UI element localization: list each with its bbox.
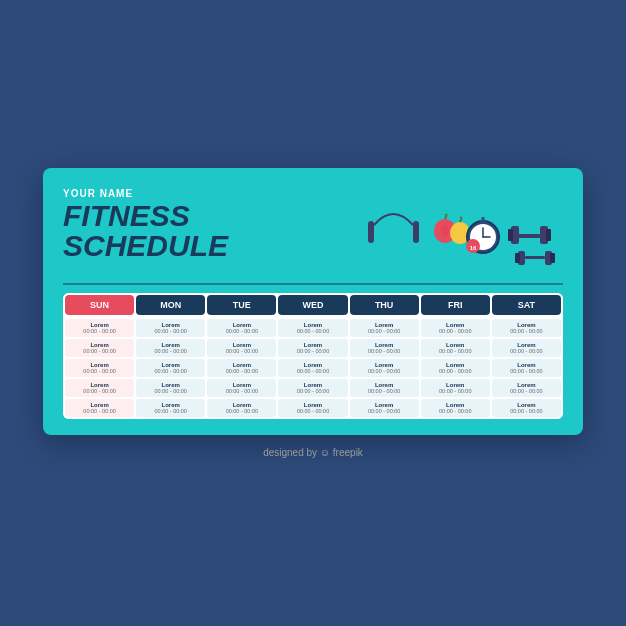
time-slot: Lorem00:00 - 00:00 xyxy=(421,359,490,377)
your-name-label: YOUR NAME xyxy=(63,188,228,199)
svg-point-3 xyxy=(441,226,449,236)
time-slot: Lorem00:00 - 00:00 xyxy=(136,339,205,357)
day-header-thu: THU xyxy=(350,295,419,315)
slot-time: 00:00 - 00:00 xyxy=(67,368,132,374)
slot-time: 00:00 - 00:00 xyxy=(280,328,345,334)
time-slot: Lorem00:00 - 00:00 xyxy=(136,379,205,397)
slot-time: 00:00 - 00:00 xyxy=(67,348,132,354)
time-slot: Lorem00:00 - 00:00 xyxy=(207,339,276,357)
footer-text: designed by xyxy=(263,447,317,458)
slot-time: 00:00 - 00:00 xyxy=(67,388,132,394)
time-slot: Lorem00:00 - 00:00 xyxy=(350,319,419,337)
fitness-icons-section: 16 xyxy=(228,188,563,273)
slot-time: 00:00 - 00:00 xyxy=(209,368,274,374)
svg-rect-17 xyxy=(546,229,551,241)
time-slot: Lorem00:00 - 00:00 xyxy=(350,399,419,417)
slot-time: 00:00 - 00:00 xyxy=(352,328,417,334)
time-slot: Lorem00:00 - 00:00 xyxy=(207,379,276,397)
time-slot: Lorem00:00 - 00:00 xyxy=(65,339,134,357)
slot-time: 00:00 - 00:00 xyxy=(423,328,488,334)
svg-rect-8 xyxy=(482,217,485,221)
time-slot: Lorem00:00 - 00:00 xyxy=(492,379,561,397)
svg-text:16: 16 xyxy=(470,245,477,251)
slot-time: 00:00 - 00:00 xyxy=(138,388,203,394)
svg-rect-15 xyxy=(516,234,540,238)
slot-time: 00:00 - 00:00 xyxy=(280,368,345,374)
time-slot: Lorem00:00 - 00:00 xyxy=(421,319,490,337)
time-slot: Lorem00:00 - 00:00 xyxy=(278,319,347,337)
fitness-line1: FITNESS xyxy=(63,201,228,231)
time-slot: Lorem00:00 - 00:00 xyxy=(492,359,561,377)
slot-time: 00:00 - 00:00 xyxy=(138,368,203,374)
slot-time: 00:00 - 00:00 xyxy=(423,368,488,374)
slot-time: 00:00 - 00:00 xyxy=(494,328,559,334)
slot-time: 00:00 - 00:00 xyxy=(209,348,274,354)
time-slot: Lorem00:00 - 00:00 xyxy=(207,319,276,337)
time-slot: Lorem00:00 - 00:00 xyxy=(492,319,561,337)
slot-time: 00:00 - 00:00 xyxy=(352,348,417,354)
time-slot: Lorem00:00 - 00:00 xyxy=(350,359,419,377)
time-slot: Lorem00:00 - 00:00 xyxy=(136,399,205,417)
day-header-sun: SUN xyxy=(65,295,134,315)
slot-time: 00:00 - 00:00 xyxy=(138,328,203,334)
slot-time: 00:00 - 00:00 xyxy=(352,408,417,414)
header-divider xyxy=(63,283,563,285)
time-slot: Lorem00:00 - 00:00 xyxy=(492,339,561,357)
day-header-sat: SAT xyxy=(492,295,561,315)
fitness-equipment-icon: 16 xyxy=(363,193,563,273)
time-slot: Lorem00:00 - 00:00 xyxy=(65,319,134,337)
slot-time: 00:00 - 00:00 xyxy=(67,328,132,334)
svg-rect-1 xyxy=(413,221,419,243)
slot-time: 00:00 - 00:00 xyxy=(494,408,559,414)
slot-time: 00:00 - 00:00 xyxy=(352,388,417,394)
time-slot: Lorem00:00 - 00:00 xyxy=(136,359,205,377)
slot-time: 00:00 - 00:00 xyxy=(67,408,132,414)
slot-time: 00:00 - 00:00 xyxy=(209,408,274,414)
schedule-grid: Lorem00:00 - 00:00Lorem00:00 - 00:00Lore… xyxy=(63,317,563,419)
slot-time: 00:00 - 00:00 xyxy=(280,388,345,394)
svg-rect-20 xyxy=(525,256,545,259)
day-header-wed: WED xyxy=(278,295,347,315)
svg-rect-0 xyxy=(368,221,374,243)
time-slot: Lorem00:00 - 00:00 xyxy=(65,379,134,397)
time-slot: Lorem00:00 - 00:00 xyxy=(207,399,276,417)
time-slot: Lorem00:00 - 00:00 xyxy=(278,379,347,397)
time-slot: Lorem00:00 - 00:00 xyxy=(350,339,419,357)
time-slot: Lorem00:00 - 00:00 xyxy=(278,399,347,417)
slot-time: 00:00 - 00:00 xyxy=(423,388,488,394)
time-slot: Lorem00:00 - 00:00 xyxy=(492,399,561,417)
slot-time: 00:00 - 00:00 xyxy=(138,348,203,354)
fitness-line2: SCHEDULE xyxy=(63,231,228,261)
day-header-mon: MON xyxy=(136,295,205,315)
title-section: YOUR NAME FITNESS SCHEDULE xyxy=(63,188,228,261)
slot-time: 00:00 - 00:00 xyxy=(280,348,345,354)
slot-time: 00:00 - 00:00 xyxy=(209,328,274,334)
time-slot: Lorem00:00 - 00:00 xyxy=(421,339,490,357)
schedule-table: SUNMONTUEWEDTHUFRISAT Lorem00:00 - 00:00… xyxy=(63,293,563,419)
footer-brand: freepik xyxy=(333,447,363,458)
slot-time: 00:00 - 00:00 xyxy=(280,408,345,414)
day-header-fri: FRI xyxy=(421,295,490,315)
time-slot: Lorem00:00 - 00:00 xyxy=(278,359,347,377)
slot-time: 00:00 - 00:00 xyxy=(494,388,559,394)
time-slot: Lorem00:00 - 00:00 xyxy=(65,399,134,417)
slot-time: 00:00 - 00:00 xyxy=(494,368,559,374)
fitness-title: FITNESS SCHEDULE xyxy=(63,201,228,261)
slot-time: 00:00 - 00:00 xyxy=(209,388,274,394)
time-slot: Lorem00:00 - 00:00 xyxy=(136,319,205,337)
fitness-card: YOUR NAME FITNESS SCHEDULE xyxy=(43,168,583,435)
time-slot: Lorem00:00 - 00:00 xyxy=(421,399,490,417)
card-header: YOUR NAME FITNESS SCHEDULE xyxy=(63,188,563,273)
slot-time: 00:00 - 00:00 xyxy=(423,348,488,354)
time-slot: Lorem00:00 - 00:00 xyxy=(421,379,490,397)
svg-rect-19 xyxy=(515,253,520,263)
slot-time: 00:00 - 00:00 xyxy=(494,348,559,354)
day-header-tue: TUE xyxy=(207,295,276,315)
time-slot: Lorem00:00 - 00:00 xyxy=(278,339,347,357)
time-slot: Lorem00:00 - 00:00 xyxy=(65,359,134,377)
slot-time: 00:00 - 00:00 xyxy=(423,408,488,414)
svg-rect-14 xyxy=(508,229,513,241)
slot-time: 00:00 - 00:00 xyxy=(138,408,203,414)
day-headers-row: SUNMONTUEWEDTHUFRISAT xyxy=(63,293,563,317)
svg-rect-22 xyxy=(550,253,555,263)
